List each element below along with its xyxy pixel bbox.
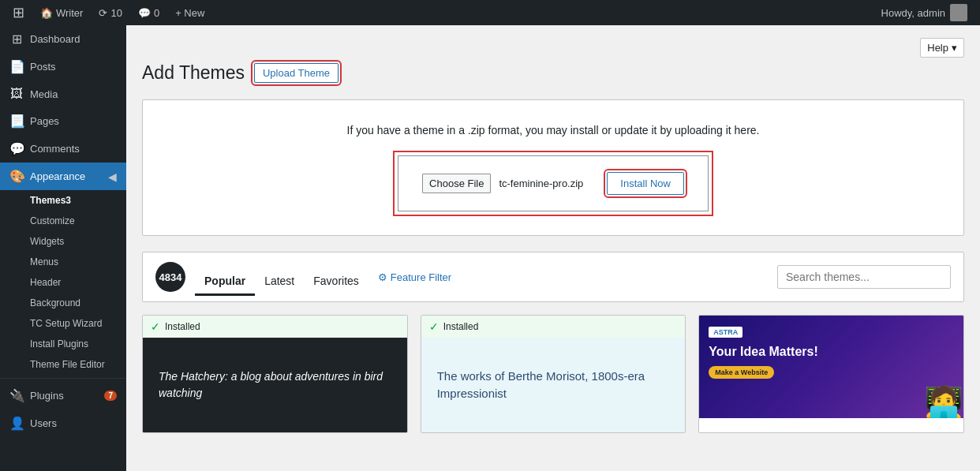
astra-headline: Your Idea Matters! — [709, 344, 954, 359]
wp-logo-item[interactable]: ⊞ — [6, 0, 31, 25]
updates-item[interactable]: ⟳ 10 — [92, 0, 128, 25]
submenu-item-widgets[interactable]: Widgets — [0, 231, 126, 252]
theme-card-2: ✓ Installed The works of Berthe Morisot,… — [421, 315, 686, 433]
theme-preview-3: ASTRA Your Idea Matters! Make a Website … — [699, 316, 963, 418]
feature-filter-label: Feature Filter — [391, 271, 451, 283]
home-icon: 🏠 — [40, 7, 53, 19]
submenu-label-header: Header — [30, 277, 61, 288]
comments-item[interactable]: 💬 0 — [132, 0, 166, 25]
astra-cta-button[interactable]: Make a Website — [709, 366, 774, 379]
theme-count: 4834 — [159, 271, 182, 283]
sidebar-item-media[interactable]: 🖼 Media — [0, 80, 126, 107]
submenu-label-widgets: Widgets — [30, 236, 64, 247]
sidebar-item-comments[interactable]: 💬 Comments — [0, 135, 126, 163]
submenu-label-themes: Themes — [30, 195, 65, 206]
pages-icon: 📃 — [9, 114, 24, 129]
submenu-item-header[interactable]: Header — [0, 272, 126, 293]
check-icon-1: ✓ — [151, 320, 160, 333]
theme-card-1: ✓ Installed The Hatchery: a blog about a… — [142, 315, 408, 433]
media-icon: 🖼 — [9, 87, 24, 101]
tab-favorites[interactable]: Favorites — [304, 268, 368, 296]
sidebar-label-users: Users — [30, 417, 57, 429]
page-header: Add Themes Upload Theme — [142, 62, 964, 84]
sidebar-label-appearance: Appearance — [30, 170, 85, 182]
themes-tabs: Popular Latest Favorites ⚙ Feature Filte… — [195, 265, 777, 290]
theme-preview-2: The works of Berthe Morisot, 1800s-era I… — [421, 338, 686, 432]
file-upload-box: Choose File tc-feminine-pro.zip Install … — [398, 155, 709, 211]
choose-file-button[interactable]: Choose File — [422, 174, 491, 193]
comments-count: 0 — [154, 7, 159, 19]
theme-preview-text-1: The Hatchery: a blog about adventures in… — [159, 368, 391, 402]
howdy-text: Howdy, admin — [881, 7, 945, 19]
sidebar-item-users[interactable]: 👤 Users — [0, 409, 126, 437]
installed-label-2: Installed — [443, 321, 479, 332]
submenu-label-background: Background — [30, 297, 80, 308]
main-content: Help ▾ Add Themes Upload Theme If you ha… — [126, 25, 980, 446]
updates-count: 10 — [110, 7, 122, 19]
page-title: Add Themes — [142, 62, 245, 84]
astra-logo: ASTRA — [709, 327, 742, 338]
sidebar-item-pages[interactable]: 📃 Pages — [0, 107, 126, 135]
updates-icon: ⟳ — [99, 7, 107, 19]
submenu-item-customize[interactable]: Customize — [0, 211, 126, 231]
help-label: Help — [927, 42, 948, 54]
themes-grid: ✓ Installed The Hatchery: a blog about a… — [142, 315, 964, 433]
installed-bar-1: ✓ Installed — [143, 316, 407, 338]
search-themes-input[interactable] — [777, 265, 951, 289]
upload-theme-button[interactable]: Upload Theme — [254, 63, 339, 83]
submenu-label-customize: Customize — [30, 215, 75, 226]
wp-logo-icon: ⊞ — [13, 4, 24, 21]
sidebar-label-dashboard: Dashboard — [30, 33, 80, 45]
sidebar-divider — [0, 378, 126, 379]
submenu-label-tc-setup: TC Setup Wizard — [30, 318, 102, 329]
themes-navigation: 4834 Popular Latest Favorites ⚙ Feature … — [142, 252, 964, 302]
check-icon-2: ✓ — [429, 320, 439, 333]
posts-icon: 📄 — [9, 59, 24, 74]
tab-popular[interactable]: Popular — [195, 268, 255, 296]
adminbar-left: ⊞ 🏠 Writer ⟳ 10 💬 0 + New — [6, 0, 211, 25]
sidebar-item-dashboard[interactable]: ⊞ Dashboard — [0, 25, 126, 53]
sidebar-label-comments: Comments — [30, 143, 80, 155]
submenu-label-menus: Menus — [30, 256, 58, 267]
new-item[interactable]: + New — [169, 0, 211, 25]
sidebar-label-plugins: Plugins — [30, 390, 64, 402]
site-name: Writer — [56, 7, 83, 19]
users-icon: 👤 — [9, 416, 24, 431]
gear-icon: ⚙ — [378, 271, 387, 283]
theme-card-3: ASTRA Your Idea Matters! Make a Website … — [698, 315, 964, 433]
main-content-wrap: Help ▾ Add Themes Upload Theme If you ha… — [126, 0, 980, 471]
submenu-item-install-plugins[interactable]: Install Plugins — [0, 334, 126, 354]
submenu-label-install-plugins: Install Plugins — [30, 338, 88, 350]
sidebar-item-posts[interactable]: 📄 Posts — [0, 53, 126, 80]
selected-file-name: tc-feminine-pro.zip — [499, 178, 583, 189]
plugins-icon: 🔌 — [9, 388, 24, 403]
comments-icon: 💬 — [138, 7, 151, 19]
sidebar-label-media: Media — [30, 88, 58, 100]
howdy-item[interactable]: Howdy, admin — [875, 4, 974, 21]
help-chevron-icon: ▾ — [952, 42, 957, 54]
astra-figure-icon: 🧑‍💻 — [924, 387, 963, 418]
submenu-item-tc-setup[interactable]: TC Setup Wizard — [0, 313, 126, 334]
plugins-badge: 7 — [104, 391, 117, 401]
upload-panel: If you have a theme in a .zip format, yo… — [142, 99, 964, 236]
themes-badge: 3 — [65, 195, 71, 206]
submenu-item-theme-editor[interactable]: Theme File Editor — [0, 354, 126, 375]
site-name-item[interactable]: 🏠 Writer — [34, 0, 89, 25]
submenu-item-menus[interactable]: Menus — [0, 252, 126, 272]
submenu-item-themes[interactable]: Themes 3 — [0, 190, 126, 211]
feature-filter-button[interactable]: ⚙ Feature Filter — [368, 265, 461, 290]
sidebar-label-posts: Posts — [30, 61, 56, 73]
installed-bar-2: ✓ Installed — [421, 316, 686, 338]
new-label: + New — [175, 7, 204, 19]
submenu-item-background[interactable]: Background — [0, 293, 126, 313]
appearance-arrow-icon: ◀ — [108, 170, 117, 183]
sidebar-item-plugins[interactable]: 🔌 Plugins 7 — [0, 382, 126, 409]
theme-preview-text-2: The works of Berthe Morisot, 1800s-era I… — [437, 368, 670, 403]
install-now-button[interactable]: Install Now — [607, 172, 684, 195]
sidebar-item-appearance[interactable]: 🎨 Appearance ◀ — [0, 163, 126, 190]
tab-latest[interactable]: Latest — [255, 268, 304, 296]
help-button[interactable]: Help ▾ — [920, 38, 964, 58]
adminbar-right: Howdy, admin — [875, 4, 974, 21]
sidebar: ⊞ Dashboard 📄 Posts 🖼 Media 📃 Pages 💬 Co… — [0, 0, 126, 471]
installed-label-1: Installed — [165, 321, 200, 332]
